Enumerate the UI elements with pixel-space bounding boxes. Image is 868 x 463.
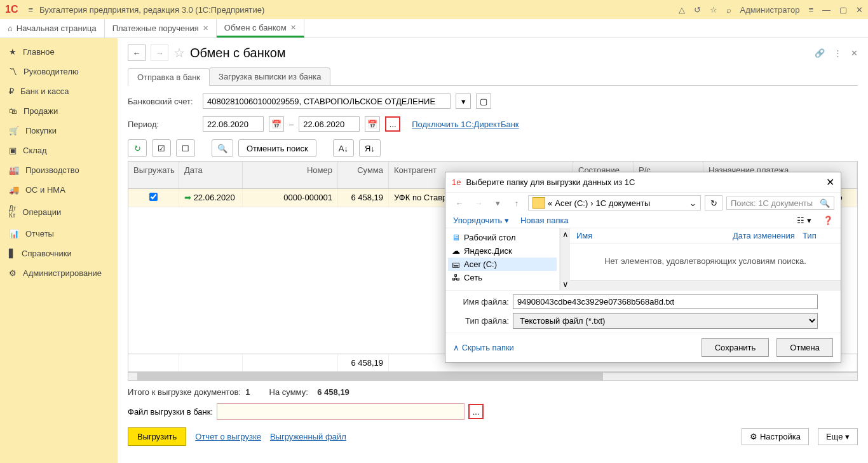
link-icon[interactable]: 🔗: [815, 48, 825, 58]
favorite-button[interactable]: ☆: [173, 45, 185, 60]
sidebar-item-production[interactable]: 🏭Производство: [0, 160, 118, 180]
check-all-button[interactable]: ☑: [152, 139, 171, 157]
tab-bank-exchange[interactable]: Обмен с банком ✕: [217, 19, 304, 38]
dialog-close-button[interactable]: ✕: [826, 176, 834, 188]
tree-item[interactable]: 🖧Сеть: [448, 271, 557, 284]
save-button[interactable]: Сохранить: [702, 338, 770, 357]
nav-refresh-button[interactable]: ↻: [705, 195, 722, 211]
sidebar-item-reports[interactable]: 📊Отчеты: [0, 224, 118, 244]
uncheck-all-button[interactable]: ☐: [176, 139, 195, 157]
network-icon: 🖧: [452, 273, 460, 282]
col-type[interactable]: Тип: [803, 231, 834, 240]
refresh-button[interactable]: ↻: [128, 139, 147, 157]
report-link[interactable]: Отчет о выгрузке: [195, 432, 261, 441]
sidebar-item-assets[interactable]: 🚚ОС и НМА: [0, 180, 118, 200]
sidebar-item-stock[interactable]: ▣Склад: [0, 141, 118, 160]
desktop-icon: 🖥: [452, 233, 460, 242]
account-input[interactable]: [203, 93, 451, 109]
gear-icon: ⚙: [750, 432, 757, 441]
back-button[interactable]: ←: [128, 45, 146, 61]
new-folder-button[interactable]: Новая папка: [520, 216, 569, 225]
period-from-input[interactable]: [203, 116, 264, 132]
list-scrollbar[interactable]: [570, 280, 841, 290]
calendar-icon[interactable]: 📅: [269, 116, 284, 132]
nav-forward-button[interactable]: →: [471, 195, 486, 211]
minimize-button[interactable]: —: [822, 5, 831, 15]
bell-icon[interactable]: △: [679, 5, 685, 15]
close-button[interactable]: ✕: [856, 5, 863, 15]
hide-folders-button[interactable]: ∧ Скрыть папки: [453, 343, 514, 352]
organize-button[interactable]: Упорядочить ▾: [453, 216, 509, 225]
direct-bank-link[interactable]: Подключить 1С:ДиректБанк: [412, 120, 519, 129]
subtab-send[interactable]: Отправка в банк: [128, 68, 210, 86]
history-icon[interactable]: ↺: [694, 5, 701, 15]
hamburger-icon[interactable]: ≡: [28, 5, 33, 15]
search-icon: 🔍: [820, 198, 830, 208]
tree-item[interactable]: 🖥Рабочий стол: [448, 231, 557, 244]
account-dropdown-button[interactable]: ▾: [456, 93, 471, 109]
sidebar-item-ops[interactable]: ДтКтОперации: [0, 200, 118, 224]
close-icon[interactable]: ✕: [290, 24, 296, 32]
period-picker-button[interactable]: ...: [385, 116, 400, 132]
search-icon[interactable]: ⌕: [726, 5, 731, 15]
sidebar-item-ref[interactable]: ▋Справочники: [0, 244, 118, 263]
sidebar-item-purchases[interactable]: 🛒Покупки: [0, 121, 118, 141]
cancel-button[interactable]: Отмена: [776, 338, 833, 357]
tab-payments[interactable]: Платежные поручения ✕: [105, 19, 217, 38]
account-open-button[interactable]: ▢: [476, 93, 491, 109]
find-button[interactable]: 🔍: [212, 139, 233, 157]
sidebar-item-admin[interactable]: ⚙Администрирование: [0, 263, 118, 283]
nav-recent-button[interactable]: ▾: [490, 195, 505, 211]
horizontal-scrollbar[interactable]: [128, 372, 858, 381]
chart-icon: 〽: [9, 67, 17, 76]
filetype-select[interactable]: Текстовый файл (*.txt): [513, 313, 818, 329]
sidebar-item-bank[interactable]: ₽Банк и касса: [0, 81, 118, 101]
col-export[interactable]: Выгружать: [128, 162, 179, 188]
factory-icon: 🏭: [9, 165, 19, 175]
col-sum[interactable]: Сумма: [338, 162, 389, 188]
tab-home[interactable]: ⌂ Начальная страница: [0, 19, 105, 38]
dialog-search-input[interactable]: Поиск: 1С документы 🔍: [726, 197, 834, 210]
cancel-search-button[interactable]: Отменить поиск: [238, 139, 316, 157]
file-path-input[interactable]: [217, 403, 465, 420]
filename-input[interactable]: [513, 294, 818, 309]
close-icon[interactable]: ✕: [203, 24, 208, 32]
nav-up-button[interactable]: ↑: [509, 195, 524, 211]
sidebar-item-sales[interactable]: 🛍Продажи: [0, 101, 118, 121]
breadcrumb[interactable]: « Acer (C:)› 1С документы ⌄: [528, 195, 701, 211]
sort-desc-button[interactable]: Я↓: [359, 139, 381, 157]
period-label: Период:: [128, 120, 198, 129]
star-icon[interactable]: ☆: [710, 5, 717, 15]
user-label[interactable]: Администратор: [740, 5, 800, 15]
calendar-icon[interactable]: 📅: [365, 116, 380, 132]
maximize-button[interactable]: ▢: [839, 5, 847, 15]
gear-icon: ⚙: [9, 268, 17, 278]
sort-asc-button[interactable]: А↓: [333, 139, 354, 157]
help-icon[interactable]: ❓: [823, 216, 833, 225]
more-button[interactable]: Еще ▾: [818, 428, 858, 445]
more-icon[interactable]: ⋮: [834, 48, 842, 58]
sidebar-item-manager[interactable]: 〽Руководителю: [0, 62, 118, 81]
row-checkbox[interactable]: [149, 193, 158, 201]
tree-item[interactable]: ☁Яндекс.Диск: [448, 244, 557, 258]
exported-file-link[interactable]: Выгруженный файл: [270, 432, 346, 441]
col-name[interactable]: Имя: [576, 231, 733, 240]
col-date[interactable]: Дата: [179, 162, 243, 188]
save-dialog: 1e Выберите папку для выгрузки данных из…: [445, 172, 841, 363]
dialog-title: Выберите папку для выгрузки данных из 1С: [466, 177, 635, 187]
forward-button[interactable]: →: [151, 45, 168, 61]
settings-button[interactable]: ⚙ Настройка: [742, 428, 809, 445]
close-page-button[interactable]: ✕: [851, 48, 858, 58]
tree-item[interactable]: 🖴Acer (C:): [448, 258, 557, 271]
sidebar-item-main[interactable]: ★Главное: [0, 42, 118, 62]
view-icon[interactable]: ☷ ▾: [797, 216, 811, 225]
col-date[interactable]: Дата изменения: [733, 231, 803, 240]
col-number[interactable]: Номер: [243, 162, 338, 188]
filter-icon[interactable]: ≡: [808, 5, 813, 15]
nav-back-button[interactable]: ←: [452, 195, 467, 211]
export-button[interactable]: Выгрузить: [128, 427, 186, 446]
file-browse-button[interactable]: ...: [468, 404, 484, 419]
period-to-input[interactable]: [299, 116, 360, 132]
tree-scrollbar[interactable]: ∧∨: [560, 228, 570, 290]
subtab-load[interactable]: Загрузка выписки из банка: [209, 67, 330, 85]
